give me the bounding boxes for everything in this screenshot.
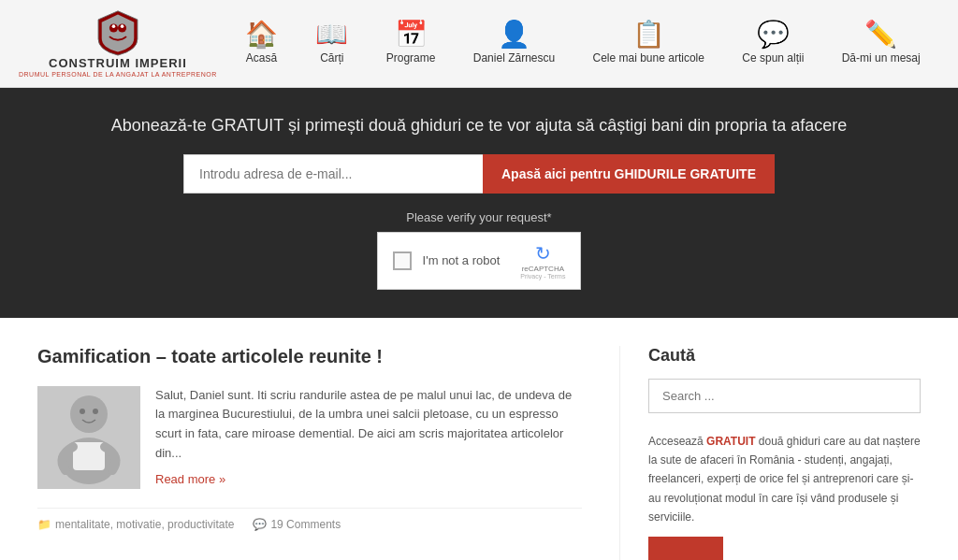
nav-carti-label: Cărți (320, 51, 343, 65)
captcha-text: I'm not a robot (423, 253, 501, 267)
recaptcha-privacy: Privacy - Terms (520, 273, 565, 280)
svg-rect-7 (73, 442, 105, 470)
chat-icon: 💬 (757, 22, 790, 48)
recaptcha-widget[interactable]: I'm not a robot ↻ reCAPTCHA Privacy - Te… (377, 232, 582, 290)
person-photo (37, 386, 140, 489)
logo-subtitle: Drumul personal de la angajat la antrepr… (19, 71, 217, 78)
folder-icon: 📁 (37, 518, 51, 531)
promo-text-before: Accesează (648, 435, 706, 448)
search-input[interactable] (648, 379, 921, 413)
site-header: Construim Imperii Drumul personal de la … (0, 0, 958, 88)
captcha-checkbox[interactable] (393, 251, 412, 270)
svg-point-2 (112, 24, 116, 28)
svg-point-3 (121, 24, 124, 28)
nav-spun-label: Ce spun alții (742, 51, 804, 65)
recaptcha-brand: reCAPTCHA (522, 265, 564, 273)
logo-name: Construim Imperii (49, 56, 187, 71)
article-comments: 💬 19 Comments (253, 518, 341, 531)
book-icon: 📖 (315, 22, 348, 48)
nav-articole-label: Cele mai bune articole (593, 51, 704, 65)
nav-programe-label: Programe (386, 51, 436, 65)
right-column: Caută Accesează GRATUIT două ghiduri car… (620, 346, 921, 560)
email-form: Apasă aici pentru GHIDURILE GRATUITE (19, 154, 939, 194)
book-cover: Daniel Zărnescu (648, 537, 723, 560)
captcha-label: Please verify your request* (19, 210, 939, 224)
email-input[interactable] (183, 154, 483, 194)
recaptcha-icon: ↻ (535, 242, 551, 265)
nav-mesaj-label: Dă-mi un mesaj (842, 51, 921, 65)
nav-articole[interactable]: 📋 Cele mai bune articole (593, 22, 704, 65)
subscribe-button[interactable]: Apasă aici pentru GHIDURILE GRATUITE (483, 154, 775, 194)
nav-carti[interactable]: 📖 Cărți (315, 22, 348, 65)
nav-daniel[interactable]: 👤 Daniel Zărnescu (473, 22, 555, 65)
article-excerpt: Salut, Daniel sunt. Iti scriu randurile … (155, 386, 582, 464)
comments-link[interactable]: 19 Comments (270, 518, 341, 531)
article-footer: 📁 mentalitate, motivatie, productivitate… (37, 508, 582, 531)
nav-spun[interactable]: 💬 Ce spun alții (742, 22, 804, 65)
read-more-link[interactable]: Read more » (155, 472, 225, 486)
recaptcha-logo: ↻ reCAPTCHA Privacy - Terms (520, 242, 565, 280)
sidebar-promo: Accesează GRATUIT două ghiduri care au d… (648, 432, 921, 560)
nav-acasa[interactable]: 🏠 Acasă (245, 22, 278, 65)
nav-daniel-label: Daniel Zărnescu (473, 51, 555, 65)
section-title: Gamification – toate articolele reunite … (37, 346, 582, 367)
comment-icon: 💬 (253, 518, 267, 531)
hero-title: Abonează-te GRATUIT și primești două ghi… (19, 116, 939, 136)
nav-programe[interactable]: 📅 Programe (386, 22, 436, 65)
sidebar-title: Caută (648, 346, 921, 366)
main-content: Gamification – toate articolele reunite … (0, 318, 958, 560)
main-nav: 🏠 Acasă 📖 Cărți 📅 Programe 👤 Daniel Zărn… (226, 22, 939, 65)
article-tags: 📁 mentalitate, motivatie, productivitate (37, 518, 234, 531)
pencil-icon: ✏️ (864, 22, 897, 48)
nav-acasa-label: Acasă (246, 51, 277, 65)
tags-link[interactable]: mentalitate, motivatie, productivitate (55, 518, 234, 531)
nav-mesaj[interactable]: ✏️ Dă-mi un mesaj (842, 22, 921, 65)
article-card: Salut, Daniel sunt. Iti scriu randurile … (37, 386, 582, 489)
svg-point-5 (70, 395, 108, 433)
logo[interactable]: Construim Imperii Drumul personal de la … (19, 9, 217, 78)
left-column: Gamification – toate articolele reunite … (37, 346, 620, 560)
captcha-area: Please verify your request* I'm not a ro… (19, 210, 939, 290)
person-icon: 👤 (498, 22, 530, 48)
promo-link[interactable]: GRATUIT (706, 435, 755, 448)
svg-point-8 (80, 409, 85, 414)
list-icon: 📋 (632, 22, 665, 48)
home-icon: 🏠 (245, 22, 278, 48)
article-image (37, 386, 140, 489)
svg-point-9 (93, 409, 98, 414)
logo-icon (94, 9, 141, 56)
article-body: Salut, Daniel sunt. Iti scriu randurile … (155, 386, 582, 489)
hero-section: Abonează-te GRATUIT și primești două ghi… (0, 88, 958, 318)
calendar-icon: 📅 (395, 22, 428, 48)
